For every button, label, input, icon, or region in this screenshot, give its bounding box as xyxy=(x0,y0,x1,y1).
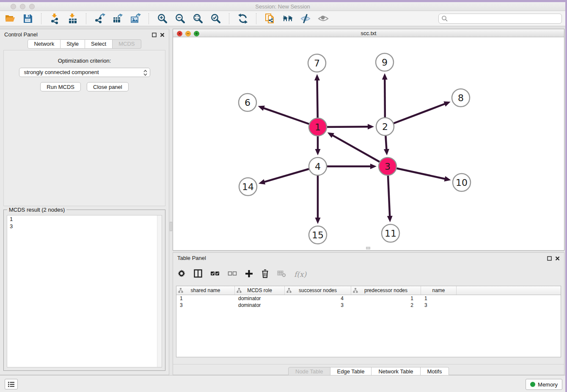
import-network-icon[interactable] xyxy=(49,13,61,24)
tab-style[interactable]: Style xyxy=(61,39,85,49)
optimization-criterion-value: strongly connected component xyxy=(24,69,99,75)
tab-select[interactable]: Select xyxy=(85,39,113,49)
column-header-name[interactable]: name xyxy=(421,286,457,295)
select-all-icon[interactable] xyxy=(210,270,220,279)
hide-selected-icon[interactable] xyxy=(300,13,311,24)
result-scrollbar[interactable] xyxy=(157,215,162,367)
cell-name[interactable]: 3 xyxy=(421,302,457,309)
close-window-button[interactable] xyxy=(11,4,16,9)
add-column-icon[interactable] xyxy=(245,270,253,279)
graph-node-label: 15 xyxy=(312,230,324,240)
zoom-fit-icon[interactable] xyxy=(192,13,204,24)
optimization-criterion-select[interactable]: strongly connected component xyxy=(19,68,150,77)
column-header-mcds-role[interactable]: MCDS role xyxy=(235,286,285,295)
memory-label: Memory xyxy=(538,381,558,388)
tab-network[interactable]: Network xyxy=(28,39,61,49)
delete-table-icon[interactable] xyxy=(277,270,286,279)
cell-successor-nodes[interactable]: 4 xyxy=(285,295,351,302)
app-window: Session: New Session xyxy=(0,2,565,392)
graph-node-label: 9 xyxy=(382,57,388,68)
show-all-icon[interactable] xyxy=(317,13,329,24)
float-table-panel-icon[interactable] xyxy=(547,255,552,262)
graph-node-label: 11 xyxy=(385,228,396,239)
cell-mcds-role[interactable]: dominator xyxy=(235,302,285,309)
duplicate-network-icon[interactable] xyxy=(264,13,275,24)
minimize-window-button[interactable] xyxy=(20,4,25,9)
network-graph[interactable]: 7968124314101511 xyxy=(173,38,564,250)
tab-mcds[interactable]: MCDS xyxy=(113,39,141,49)
main-toolbar xyxy=(0,11,565,26)
function-builder-icon[interactable]: f(x) xyxy=(294,270,306,279)
search-icon xyxy=(441,15,448,24)
cell-mcds-role[interactable]: dominator xyxy=(235,295,285,302)
mcds-result-title: MCDS result (2 nodes) xyxy=(7,207,66,213)
horizontal-splitter-grip[interactable] xyxy=(366,247,370,249)
graph-edge-arrowhead xyxy=(370,164,377,169)
table-row[interactable]: 3 dominator 3 2 3 xyxy=(176,302,561,309)
toolbar-separator xyxy=(41,13,41,24)
mcds-result-list[interactable]: 1 3 xyxy=(7,215,162,367)
close-table-panel-icon[interactable] xyxy=(555,255,560,262)
table-toolbar: f(x) xyxy=(177,265,306,283)
graph-node-label: 7 xyxy=(314,58,320,69)
toolbar-separator xyxy=(229,13,229,24)
table-panel-title: Table Panel xyxy=(177,255,206,261)
column-header-successor-nodes[interactable]: successor nodes xyxy=(285,286,351,295)
zoom-selected-icon[interactable] xyxy=(210,13,221,24)
graph-node-label: 2 xyxy=(382,121,388,132)
node-table: shared name MCDS role successor nodes pr… xyxy=(176,286,561,357)
graph-edge-2-8[interactable] xyxy=(385,103,446,127)
search-input[interactable] xyxy=(438,14,562,24)
graph-node-label: 1 xyxy=(315,122,321,133)
first-neighbors-icon[interactable] xyxy=(282,13,293,24)
table-settings-gear-icon[interactable] xyxy=(177,269,186,279)
graph-edge-arrowhead xyxy=(368,124,374,130)
graph-edge-3-1[interactable] xyxy=(332,135,388,166)
cell-name[interactable]: 1 xyxy=(421,295,457,302)
column-header-predecessor-nodes[interactable]: predecessor nodes xyxy=(351,286,421,295)
control-panel: Control Panel Network Style Select MCDS … xyxy=(0,29,169,375)
table-row[interactable]: 1 dominator 4 1 1 xyxy=(176,295,561,302)
export-image-icon[interactable] xyxy=(129,13,141,24)
column-header-shared-name[interactable]: shared name xyxy=(176,286,235,295)
close-panel-button[interactable]: Close panel xyxy=(87,82,129,91)
cell-successor-nodes[interactable]: 3 xyxy=(285,302,351,309)
float-panel-icon[interactable] xyxy=(152,31,157,39)
open-session-icon[interactable] xyxy=(4,13,16,24)
graph-edge-arrowhead xyxy=(258,105,265,110)
maximize-window-button[interactable] xyxy=(29,4,35,9)
unselect-all-icon[interactable] xyxy=(228,270,237,279)
export-network-icon[interactable] xyxy=(94,13,105,24)
graph-node-label: 6 xyxy=(245,97,250,108)
refresh-view-icon[interactable] xyxy=(237,13,248,24)
network-minimize-button[interactable] xyxy=(185,30,191,38)
cell-predecessor-nodes[interactable]: 1 xyxy=(351,295,421,302)
cell-predecessor-nodes[interactable]: 2 xyxy=(351,302,421,309)
hierarchy-icon xyxy=(237,288,242,294)
graph-edge-arrowhead xyxy=(387,216,393,222)
close-panel-icon[interactable] xyxy=(160,31,165,39)
network-close-button[interactable] xyxy=(177,30,182,38)
cell-shared-name[interactable]: 3 xyxy=(176,302,235,309)
export-table-icon[interactable] xyxy=(112,13,123,24)
mcds-panel: Optimization criterion: strongly connect… xyxy=(3,50,165,206)
splitter-grip[interactable] xyxy=(170,222,172,231)
vertical-splitter[interactable] xyxy=(169,29,173,375)
cell-shared-name[interactable]: 1 xyxy=(176,295,235,302)
memory-button[interactable]: Memory xyxy=(526,379,562,390)
graph-edge-arrowhead xyxy=(443,101,450,106)
control-panel-tabs: Network Style Select MCDS xyxy=(0,39,169,49)
network-zoom-button[interactable] xyxy=(194,30,199,38)
graph-node-label: 10 xyxy=(456,177,468,188)
zoom-out-icon[interactable] xyxy=(174,13,186,24)
graph-edge-arrowhead xyxy=(314,74,320,80)
zoom-in-icon[interactable] xyxy=(157,13,168,24)
show-columns-icon[interactable] xyxy=(194,269,202,279)
save-session-icon[interactable] xyxy=(22,13,33,24)
run-mcds-button[interactable]: Run MCDS xyxy=(40,82,81,91)
mcds-result-box: MCDS result (2 nodes) 1 3 xyxy=(3,210,165,371)
import-table-icon[interactable] xyxy=(67,13,78,24)
task-history-button[interactable] xyxy=(5,379,18,389)
graph-node-label: 8 xyxy=(458,93,464,103)
delete-column-trash-icon[interactable] xyxy=(261,269,269,280)
